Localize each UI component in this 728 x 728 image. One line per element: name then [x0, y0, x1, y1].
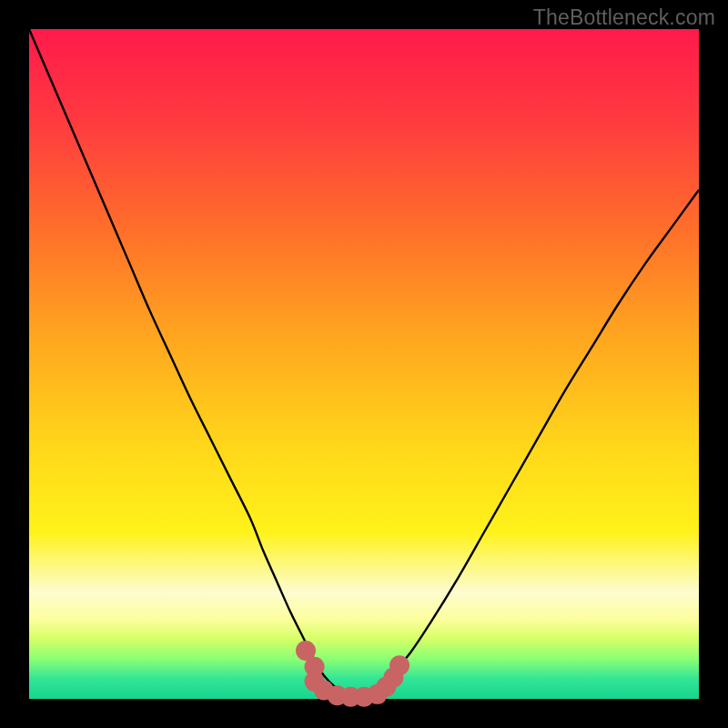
- bottleneck-curve: [29, 29, 699, 696]
- highlight-markers: [296, 641, 410, 707]
- chart-overlay: [29, 29, 699, 699]
- watermark-text: TheBottleneck.com: [533, 5, 715, 30]
- highlight-marker: [389, 655, 410, 675]
- app-frame: TheBottleneck.com: [0, 0, 728, 728]
